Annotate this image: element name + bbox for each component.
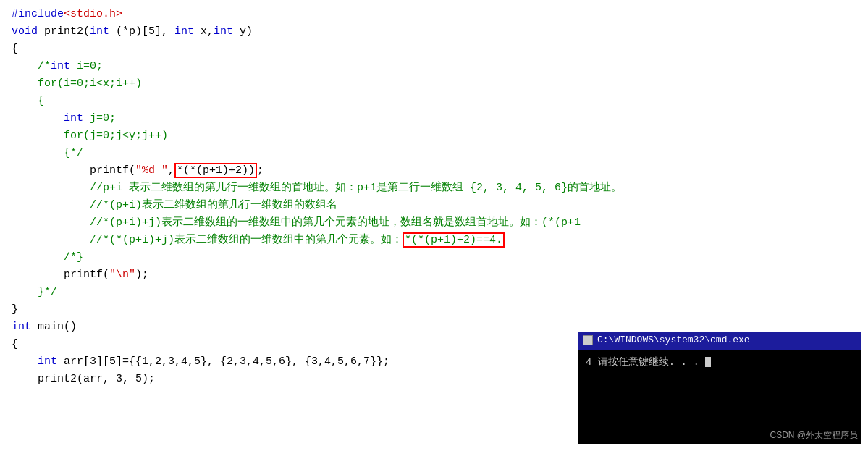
comment-13: //*(p+i)+j)表示二维数组的一维数组中的第几个元素的地址，数组名就是数组…	[12, 216, 581, 229]
comment-7: int j=0;	[12, 112, 116, 125]
comment-17: }*/	[12, 286, 57, 298]
comment-4: /*int i=0;	[12, 60, 103, 72]
comment-15: /*}	[12, 251, 83, 264]
code-line-2: void print2(int (*p)[5], int x,int y)	[12, 23, 856, 41]
keyword-int-main: int	[12, 321, 31, 333]
comment-8: for(j=0;j<y;j++)	[12, 130, 168, 142]
code-line-5: for(i=0;i<x;i++)	[12, 75, 856, 93]
keyword-int-arr: int	[38, 355, 57, 368]
printf-format: "%d "	[135, 164, 168, 177]
cmd-icon	[583, 335, 593, 345]
keyword-int-3: int	[214, 25, 233, 38]
code-line-11: //p+i 表示二维数组的第几行一维数组的首地址。如：p+1是第二行一维数组 {…	[12, 180, 856, 197]
include-directive: #include	[12, 8, 64, 20]
comment-9: {*/	[12, 147, 83, 159]
code-line-1: #include<stdio.h>	[12, 6, 856, 23]
keyword-void: void	[12, 25, 38, 38]
code-line-10: printf("%d ",*(*(p+1)+2));	[12, 162, 856, 180]
code-line-18: }	[12, 301, 856, 319]
cmd-window: C:\WINDOWS\system32\cmd.exe 4 请按任意键继续. .…	[578, 332, 861, 444]
comment-6: {	[12, 95, 44, 107]
code-line-6: {	[12, 93, 856, 110]
include-file: <stdio.h>	[64, 8, 122, 20]
code-line-4: /*int i=0;	[12, 58, 856, 75]
code-line-8: for(j=0;j<y;j++)	[12, 127, 856, 145]
keyword-int-1: int	[90, 25, 109, 38]
code-line-7: int j=0;	[12, 110, 856, 127]
code-line-13: //*(p+i)+j)表示二维数组的一维数组中的第几个元素的地址，数组名就是数组…	[12, 214, 856, 232]
comment-14: //*(*(p+i)+j)表示二维数组的一维数组中的第几个元素。如：*(*(p+…	[12, 232, 505, 248]
code-line-12: //*(p+i)表示二维数组的第几行一维数组的数组名	[12, 197, 856, 214]
cmd-title: C:\WINDOWS\system32\cmd.exe	[597, 333, 750, 348]
code-line-16: printf("\n");	[12, 266, 856, 284]
code-line-14: //*(*(p+i)+j)表示二维数组的一维数组中的第几个元素。如：*(*(p+…	[12, 232, 856, 249]
cursor	[705, 357, 711, 367]
code-line-15: /*}	[12, 249, 856, 266]
cmd-output-number: 4 请按任意键继续. . .	[586, 356, 711, 368]
highlight-expression-2: *(*(p+1)+2)==4.	[403, 232, 505, 248]
printf-newline: "\n"	[109, 269, 135, 281]
code-line-9: {*/	[12, 145, 856, 162]
keyword-int-2: int	[174, 25, 194, 38]
cmd-content: 4 请按任意键继续. . .	[578, 350, 861, 374]
comment-11: //p+i 表示二维数组的第几行一维数组的首地址。如：p+1是第二行一维数组 {…	[12, 182, 622, 194]
code-area: #include<stdio.h> void print2(int (*p)[5…	[0, 0, 868, 451]
comment-12: //*(p+i)表示二维数组的第几行一维数组的数组名	[12, 199, 337, 211]
watermark: CSDN @外太空程序员	[770, 429, 858, 442]
highlight-expression-1: *(*(p+1)+2))	[174, 163, 257, 178]
comment-5: for(i=0;i<x;i++)	[12, 77, 142, 90]
code-line-3: {	[12, 41, 856, 58]
cmd-titlebar: C:\WINDOWS\system32\cmd.exe	[578, 332, 861, 350]
cmd-output-line1: 4 请按任意键继续. . .	[586, 354, 854, 370]
code-line-17: }*/	[12, 284, 856, 301]
